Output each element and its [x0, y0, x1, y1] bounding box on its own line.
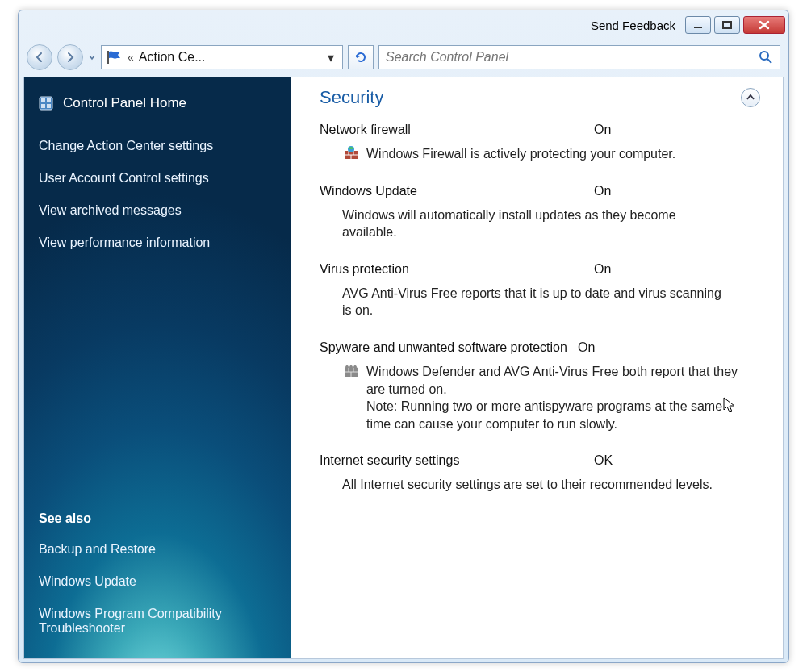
item-desc: Windows Firewall is actively protecting … — [366, 145, 675, 163]
see-also-heading: See also — [39, 511, 276, 526]
sidebar-link-archived-messages[interactable]: View archived messages — [39, 203, 276, 218]
sidebar: Control Panel Home Change Action Center … — [24, 77, 291, 658]
back-button[interactable] — [27, 44, 52, 70]
item-status: OK — [594, 453, 613, 468]
minimize-button[interactable] — [685, 16, 711, 34]
search-icon — [759, 50, 773, 65]
item-desc: Windows Defender and AVG Anti-Virus Free… — [366, 363, 746, 432]
control-panel-home-link[interactable]: Control Panel Home — [39, 95, 276, 111]
sidebar-link-uac-settings[interactable]: User Account Control settings — [39, 171, 276, 186]
search-box[interactable] — [378, 45, 780, 69]
svg-rect-2 — [107, 51, 109, 64]
item-label: Spyware and unwanted software protection — [320, 340, 578, 355]
nav-dropdown-icon[interactable] — [88, 52, 96, 63]
close-button[interactable] — [743, 16, 785, 34]
item-label: Virus protection — [320, 262, 594, 277]
address-dropdown-icon[interactable]: ▾ — [324, 50, 337, 65]
breadcrumb: Action Ce... — [139, 50, 320, 65]
svg-rect-8 — [41, 104, 45, 108]
control-panel-icon — [39, 96, 53, 111]
sidebar-link-change-settings[interactable]: Change Action Center settings — [39, 139, 276, 153]
security-item-internet-settings: Internet security settings OK All Intern… — [320, 453, 760, 494]
svg-point-3 — [760, 52, 768, 60]
item-desc: All Internet security settings are set t… — [342, 476, 713, 494]
item-status: On — [578, 340, 595, 355]
security-item-virus-protection: Virus protection On AVG Anti-Virus Free … — [320, 262, 760, 319]
section-header: Security — [320, 87, 760, 108]
item-status: On — [594, 184, 611, 198]
forward-button[interactable] — [57, 44, 83, 70]
svg-rect-0 — [694, 27, 702, 28]
item-status: On — [594, 123, 611, 137]
send-feedback-link[interactable]: Send Feedback — [591, 19, 675, 32]
see-also-windows-update[interactable]: Windows Update — [39, 574, 276, 589]
item-label: Windows Update — [320, 184, 594, 198]
content-area: Control Panel Home Change Action Center … — [23, 77, 784, 659]
flag-icon — [107, 50, 123, 65]
item-status: On — [594, 262, 611, 277]
svg-rect-1 — [723, 22, 731, 28]
item-note: Note: Running two or more antispyware pr… — [366, 398, 746, 432]
see-also-backup-restore[interactable]: Backup and Restore — [39, 542, 276, 557]
sidebar-link-performance-info[interactable]: View performance information — [39, 236, 276, 250]
main-scroll[interactable]: Security Network firewall On — [291, 77, 783, 658]
section-title: Security — [320, 87, 383, 108]
firewall-icon — [344, 145, 358, 160]
item-label: Network firewall — [320, 123, 594, 137]
security-item-firewall: Network firewall On Windows Firewall is … — [320, 123, 760, 163]
navbar: « Action Ce... ▾ — [19, 40, 788, 75]
svg-rect-7 — [47, 98, 51, 102]
control-panel-home-label: Control Panel Home — [63, 95, 186, 111]
window-frame: Send Feedback « Action — [18, 10, 789, 663]
svg-rect-6 — [41, 98, 45, 102]
breadcrumb-prefix-icon: « — [128, 51, 134, 64]
security-item-spyware-protection: Spyware and unwanted software protection… — [320, 340, 760, 432]
refresh-button[interactable] — [348, 45, 374, 69]
svg-line-4 — [767, 59, 771, 63]
collapse-section-button[interactable] — [741, 88, 760, 107]
search-input[interactable] — [386, 50, 734, 65]
maximize-button[interactable] — [714, 16, 740, 34]
address-bar[interactable]: « Action Ce... ▾ — [101, 45, 343, 69]
defender-icon — [344, 363, 358, 378]
window-controls — [685, 16, 785, 34]
item-desc: Windows will automatically install updat… — [342, 207, 721, 241]
main-panel: Security Network firewall On — [291, 77, 783, 658]
security-item-windows-update: Windows Update On Windows will automatic… — [320, 184, 760, 241]
refresh-icon — [353, 50, 368, 65]
chevron-up-icon — [746, 93, 755, 102]
svg-rect-9 — [47, 104, 51, 108]
see-also-compat-troubleshooter[interactable]: Windows Program Compatibility Troublesho… — [39, 607, 276, 636]
titlebar: Send Feedback — [19, 10, 788, 40]
item-desc: AVG Anti-Virus Free reports that it is u… — [342, 285, 721, 319]
item-label: Internet security settings — [320, 453, 594, 468]
